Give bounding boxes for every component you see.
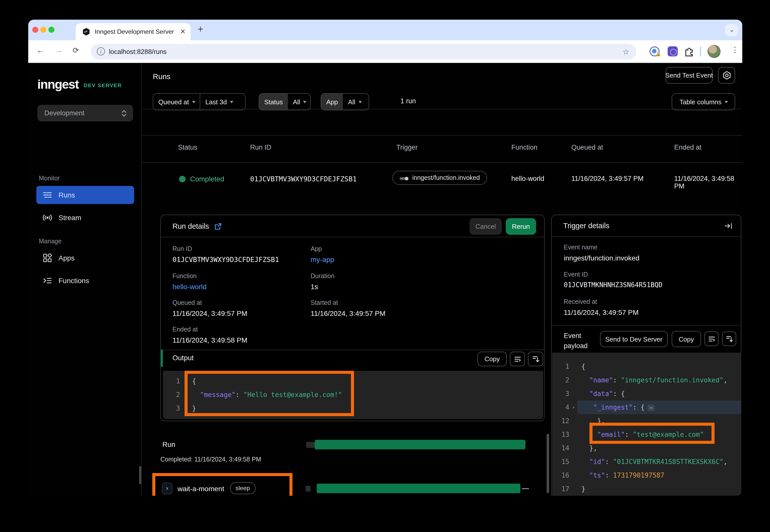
rerun-label: Rerun: [512, 223, 530, 230]
send-test-event-label: Send Test Event: [665, 72, 713, 79]
field-label: Run ID: [172, 245, 192, 252]
wrap-text-button[interactable]: [510, 352, 525, 366]
zoom-window-button[interactable]: [48, 27, 54, 33]
sidebar-item-label: Functions: [58, 277, 89, 285]
gear-icon: [722, 71, 731, 80]
extensions-puzzle-icon[interactable]: [684, 46, 695, 57]
app-filter-label: App: [321, 94, 343, 110]
code-line: 16 "ts": 1731790197587: [552, 469, 741, 482]
browser-menu-icon[interactable]: ⋮: [731, 45, 739, 54]
row-trigger-pill[interactable]: «« inngest/function.invoked: [392, 171, 487, 185]
column-header-queued-at[interactable]: Queued at: [571, 144, 603, 151]
row-queued-at: 11/16/2024, 3:49:57 PM: [571, 175, 644, 182]
row-status: Completed: [190, 175, 224, 183]
sidebar: inngest DEV SERVER Development Monitor: [28, 63, 142, 496]
sidebar-item-functions[interactable]: Functions: [36, 272, 134, 290]
queued-at-label: Queued at: [158, 98, 189, 106]
collapse-panel-icon[interactable]: [724, 222, 733, 230]
external-link-icon[interactable]: [214, 223, 222, 230]
field-value-function-link[interactable]: hello-world: [172, 283, 207, 291]
column-header-status[interactable]: Status: [178, 144, 198, 151]
payload-title: Event payload: [564, 331, 595, 351]
sidebar-scrollbar[interactable]: [139, 466, 141, 484]
sidebar-item-runs[interactable]: Runs: [36, 186, 134, 204]
code-line: 1{: [552, 360, 741, 373]
step-queue-segment: [306, 486, 311, 492]
output-accent-bar: [161, 350, 163, 367]
settings-button[interactable]: [718, 67, 735, 84]
status-filter-value[interactable]: All▾: [288, 94, 311, 110]
payload-copy-button[interactable]: Copy: [672, 331, 701, 347]
queued-at-filter[interactable]: Queued at▾: [153, 94, 200, 110]
environment-selector[interactable]: Development: [37, 105, 133, 121]
field-label: Event ID: [564, 271, 588, 278]
profile-avatar[interactable]: [708, 45, 721, 58]
stream-icon: [43, 213, 52, 222]
app-filter-group: App All▾: [321, 93, 369, 110]
field-label: App: [311, 245, 322, 252]
output-copy-button[interactable]: Copy: [477, 352, 507, 366]
collapsed-ellipsis[interactable]: ⋯: [648, 405, 655, 411]
payload-wrap-button[interactable]: [705, 331, 719, 346]
tab-search-chevron-icon[interactable]: ⌄: [725, 24, 738, 36]
code-text: },: [578, 444, 597, 452]
row-run-id: 01JCVBTMV3WXY9D3CFDEJFZSB1: [250, 175, 357, 183]
new-tab-button[interactable]: +: [198, 24, 203, 35]
code-line: 4› "_inngest": {⋯: [552, 401, 741, 414]
cancel-button[interactable]: Cancel: [469, 218, 502, 235]
time-range-filter[interactable]: Last 3d▾: [200, 94, 238, 110]
manage-section-label: Manage: [39, 238, 61, 245]
field-value-received-at: 11/16/2024, 3:49:57 PM: [564, 308, 639, 316]
column-header-function[interactable]: Function: [511, 144, 537, 151]
run-details-header: Run details Cancel Rerun: [161, 215, 544, 237]
tab-close-icon[interactable]: ✕: [180, 28, 185, 35]
column-header-trigger[interactable]: Trigger: [396, 144, 418, 151]
close-window-button[interactable]: [32, 27, 38, 33]
field-label: Function: [172, 273, 197, 280]
scroll-to-bottom-button[interactable]: [528, 352, 543, 366]
run-timeline-bar[interactable]: [315, 440, 525, 449]
table-columns-label: Table columns: [680, 98, 721, 106]
bookmark-star-icon[interactable]: ☆: [623, 47, 629, 56]
site-info-icon[interactable]: i: [97, 47, 105, 55]
divider: [142, 162, 742, 163]
reload-icon[interactable]: ⟳: [73, 46, 79, 55]
sidebar-item-label: Stream: [58, 214, 81, 222]
field-value-app-link[interactable]: my-app: [311, 255, 334, 263]
send-to-dev-server-button[interactable]: Send to Dev Server: [600, 331, 668, 347]
annotation-highlight-output: [184, 371, 354, 416]
forward-icon[interactable]: →: [54, 46, 62, 55]
payload-scroll-bottom-button[interactable]: [722, 331, 736, 346]
code-text: "id": "01JCVBTMTKR41S8STTKEXSKX6C",: [578, 458, 727, 465]
step-timeline-bar[interactable]: [317, 484, 520, 493]
collapse-chevron-icon[interactable]: ›: [569, 404, 578, 411]
column-header-run-id[interactable]: Run ID: [250, 144, 271, 151]
table-columns-button[interactable]: Table columns▾: [672, 93, 735, 110]
back-icon[interactable]: ←: [36, 46, 44, 55]
chevron-down-icon: ▾: [358, 99, 362, 104]
run-completed-text: Completed: 11/16/2024, 3:49:58 PM: [160, 456, 261, 463]
field-label: Started at: [311, 299, 338, 306]
minimize-window-button[interactable]: [40, 27, 46, 33]
sidebar-item-apps[interactable]: Apps: [36, 249, 134, 267]
send-test-event-button[interactable]: Send Test Event: [666, 67, 713, 84]
sidebar-item-label: Runs: [58, 191, 75, 199]
line-number: 2: [163, 391, 180, 398]
rerun-button[interactable]: Rerun: [506, 218, 536, 235]
browser-tab[interactable]: Inngest Development Server ✕: [76, 23, 190, 40]
extension-icon[interactable]: [668, 46, 678, 56]
app-filter-value[interactable]: All▾: [343, 94, 366, 110]
details-scrollbar[interactable]: [546, 434, 549, 493]
code-text: }: [578, 485, 586, 493]
url-text: localhost:8288/runs: [109, 48, 167, 55]
column-header-ended-at[interactable]: Ended at: [674, 144, 701, 151]
url-bar[interactable]: i localhost:8288/runs ☆: [91, 44, 636, 59]
inngest-favicon: [82, 28, 90, 36]
status-value: All: [293, 98, 300, 106]
timeline-run-label[interactable]: Run: [162, 440, 175, 448]
trigger-details-header: Trigger details: [552, 215, 741, 237]
inngest-app: inngest DEV SERVER Development Monitor: [28, 63, 742, 496]
status-dot-completed: [179, 176, 185, 182]
sidebar-item-stream[interactable]: Stream: [36, 209, 134, 227]
functions-icon: [43, 276, 52, 285]
